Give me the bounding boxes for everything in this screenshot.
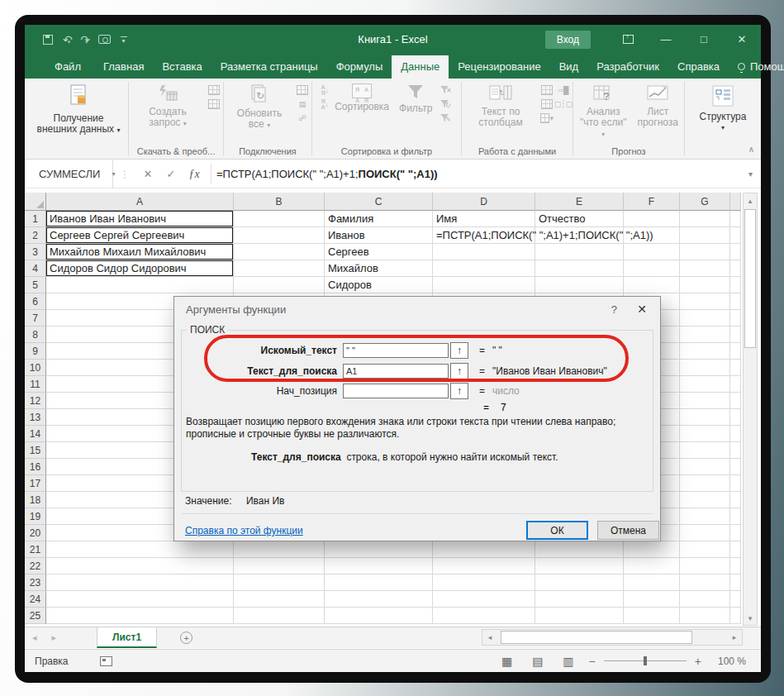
grid-cell[interactable]: [46, 558, 234, 574]
grid-cell[interactable]: [46, 541, 234, 558]
argument-input[interactable]: [343, 343, 449, 358]
row-header[interactable]: 21: [25, 541, 46, 558]
grid-cell[interactable]: [680, 310, 730, 327]
ribbon-tab-файл[interactable]: Файл: [41, 55, 94, 79]
grid-cell-partial[interactable]: [730, 525, 741, 541]
grid-cell[interactable]: [535, 591, 624, 608]
zoom-slider-thumb[interactable]: [644, 656, 647, 665]
scroll-left-icon[interactable]: ◂: [482, 630, 497, 645]
macro-record-icon[interactable]: [100, 656, 112, 666]
save-icon[interactable]: [43, 35, 53, 45]
collapse-dialog-button[interactable]: ↑: [450, 383, 468, 399]
what-if-analysis-button[interactable]: ? Анализ "что если" ▾: [576, 81, 630, 142]
row-header[interactable]: 2: [25, 227, 46, 244]
grid-cell[interactable]: [433, 541, 535, 558]
grid-cell[interactable]: [234, 244, 325, 260]
ribbon-tab-вставка[interactable]: Вставка: [153, 55, 211, 79]
grid-cell[interactable]: [234, 541, 325, 558]
row-header[interactable]: 1: [25, 211, 46, 227]
grid-cell-partial[interactable]: [730, 475, 741, 492]
row-header[interactable]: 10: [25, 360, 46, 376]
grid-cell[interactable]: [680, 211, 730, 227]
ribbon-tab-справка[interactable]: Справка: [668, 55, 729, 79]
grid-cell[interactable]: [535, 260, 624, 277]
grid-cell-partial[interactable]: [730, 541, 741, 558]
next-sheet-icon[interactable]: ▸: [45, 627, 64, 648]
grid-cell[interactable]: [680, 459, 730, 475]
remove-duplicates-icon[interactable]: [540, 98, 554, 110]
grid-cell-partial[interactable]: [730, 293, 741, 310]
ribbon-display-options-button[interactable]: [609, 25, 647, 54]
grid-cell[interactable]: [46, 608, 234, 624]
grid-cell[interactable]: Михайлов: [325, 260, 433, 277]
grid-cell[interactable]: [624, 277, 680, 293]
ribbon-tab-формулы[interactable]: Формулы: [327, 55, 392, 79]
grid-cell[interactable]: [680, 244, 730, 260]
grid-cell-partial[interactable]: [730, 459, 741, 475]
grid-cell[interactable]: Сергеев Сергей Сергеевич: [46, 227, 234, 244]
grid-cell[interactable]: [624, 574, 680, 591]
flash-fill-icon[interactable]: [540, 84, 554, 96]
grid-cell[interactable]: [433, 608, 535, 624]
grid-cell[interactable]: [433, 260, 535, 277]
ok-button[interactable]: ОК: [526, 521, 588, 540]
new-query-button[interactable]: Создать запрос ▾: [131, 81, 204, 131]
grid-cell[interactable]: [535, 608, 624, 624]
grid-cell-partial[interactable]: [730, 360, 741, 376]
sort-descending-icon[interactable]: ЯА↓: [321, 98, 329, 110]
grid-cell[interactable]: [234, 277, 325, 293]
grid-cell[interactable]: [680, 541, 730, 558]
grid-cell[interactable]: [234, 608, 325, 624]
page-layout-view-icon[interactable]: ▤: [522, 655, 553, 668]
grid-cell[interactable]: Имя: [433, 211, 535, 227]
scroll-right-icon[interactable]: ▸: [727, 630, 742, 645]
formula-input[interactable]: =ПСТР(A1;ПОИСК(" ";A1)+1;ПОИСК(" ";A1)): [216, 160, 438, 188]
grid-cell[interactable]: [680, 475, 730, 492]
row-header[interactable]: 20: [25, 525, 46, 541]
grid-cell[interactable]: [325, 541, 433, 558]
grid-cell[interactable]: [680, 508, 730, 525]
row-header[interactable]: 7: [25, 310, 46, 327]
grid-cell[interactable]: [624, 558, 680, 574]
row-header[interactable]: 5: [25, 277, 46, 293]
grid-cell-partial[interactable]: [730, 608, 741, 624]
sign-in-button[interactable]: Вход: [545, 31, 591, 49]
page-break-view-icon[interactable]: ▥: [553, 655, 583, 668]
grid-cell[interactable]: [46, 591, 234, 608]
column-header[interactable]: A: [46, 193, 234, 211]
grid-cell[interactable]: Иванов Иван Иванович: [46, 211, 234, 227]
grid-cell[interactable]: [680, 558, 730, 574]
grid-cell-partial[interactable]: [730, 558, 741, 574]
row-header[interactable]: 15: [25, 442, 46, 459]
reapply-filter-icon[interactable]: ↻: [439, 98, 452, 110]
grid-cell[interactable]: [680, 393, 730, 409]
grid-cell[interactable]: [325, 608, 433, 624]
grid-cell[interactable]: [680, 360, 730, 376]
cancel-entry-button[interactable]: ✕: [136, 160, 159, 188]
collapse-ribbon-icon[interactable]: ∧: [748, 145, 754, 154]
camera-icon[interactable]: [98, 35, 111, 44]
grid-cell[interactable]: Отчество: [535, 211, 624, 227]
grid-cell[interactable]: [433, 558, 535, 574]
grid-cell[interactable]: [46, 277, 234, 293]
row-header[interactable]: 24: [25, 591, 46, 608]
grid-cell[interactable]: [433, 277, 535, 293]
row-header[interactable]: 6: [25, 293, 46, 310]
dialog-help-icon[interactable]: ?: [611, 303, 617, 316]
grid-cell[interactable]: [680, 608, 730, 624]
select-all-corner[interactable]: [25, 193, 46, 211]
grid-cell-partial[interactable]: [730, 327, 741, 343]
grid-cell[interactable]: [624, 541, 680, 558]
column-header-partial[interactable]: [730, 193, 741, 211]
properties-icon[interactable]: ▤: [296, 98, 309, 110]
row-header[interactable]: 25: [25, 608, 46, 624]
grid-cell[interactable]: [680, 327, 730, 343]
advanced-filter-icon[interactable]: ✎: [439, 112, 452, 124]
row-header[interactable]: 16: [25, 459, 46, 475]
column-header[interactable]: F: [624, 193, 680, 211]
grid-cell[interactable]: [234, 211, 325, 227]
grid-cell[interactable]: [325, 574, 433, 591]
maximize-button[interactable]: □: [685, 25, 723, 54]
sort-button[interactable]: ЯААЯ Сортировка: [331, 81, 392, 115]
grid-cell-partial[interactable]: [730, 376, 741, 393]
